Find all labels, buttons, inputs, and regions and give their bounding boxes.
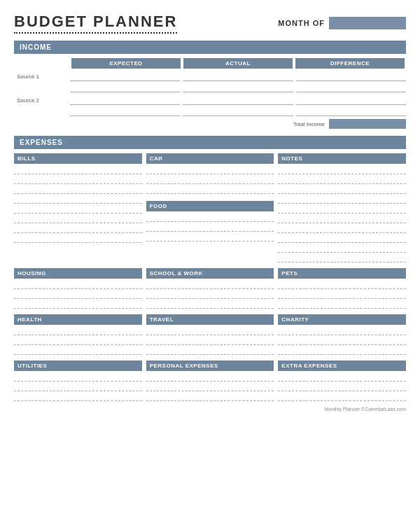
personal-header: PERSONAL EXPENSES (146, 360, 274, 371)
bills-row (14, 225, 142, 233)
school-row (146, 290, 274, 299)
health-row (14, 337, 142, 345)
pets-row (278, 281, 406, 289)
car-row (146, 176, 274, 184)
personal-row (146, 383, 274, 391)
car-header: CAR (146, 153, 274, 164)
source2-actual2[interactable] (183, 106, 293, 116)
source2-fields2 (70, 106, 406, 116)
car-row (146, 166, 274, 174)
housing-row (14, 290, 142, 299)
bills-row (14, 234, 142, 243)
source1-actual2[interactable] (183, 83, 293, 92)
extra-col: EXTRA EXPENSES (278, 360, 406, 402)
notes-line[interactable] (278, 254, 406, 262)
source1-actual[interactable] (183, 71, 293, 81)
total-income-box[interactable] (329, 119, 406, 129)
personal-col: PERSONAL EXPENSES (146, 360, 274, 402)
source2-expected[interactable] (70, 95, 180, 105)
utilities-row (14, 383, 142, 391)
housing-row (14, 281, 142, 289)
school-row (146, 300, 274, 309)
footer-text: Monthly Planner ©CalendarLabs.com (325, 407, 406, 412)
car-row (146, 186, 274, 194)
pets-row (278, 290, 406, 299)
pets-header: PETS (278, 268, 406, 279)
housing-row (14, 300, 142, 309)
car-food-col: CAR FOOD (146, 153, 274, 264)
notes-line[interactable] (278, 195, 406, 204)
expenses-section: EXPENSES BILLS CAR FOO (14, 136, 406, 402)
health-col: HEALTH (14, 314, 142, 356)
notes-line[interactable] (278, 186, 406, 194)
income-header: INCOME (14, 41, 406, 54)
notes-line[interactable] (278, 205, 406, 214)
notes-line[interactable] (278, 166, 406, 174)
utilities-row (14, 373, 142, 382)
food-row (146, 223, 274, 232)
charity-row (278, 337, 406, 345)
health-row (14, 346, 142, 355)
travel-row (146, 327, 274, 335)
travel-row (146, 346, 274, 355)
health-row (14, 327, 142, 335)
notes-line[interactable] (278, 244, 406, 253)
source2-difference2[interactable] (296, 106, 406, 116)
extra-row (278, 393, 406, 401)
source1-row: Source 1 (14, 71, 406, 81)
utilities-header: UTILITIES (14, 360, 142, 371)
source2-difference[interactable] (296, 95, 406, 105)
source1-fields (70, 71, 406, 81)
travel-row (146, 337, 274, 345)
expected-col-header: EXPECTED (71, 58, 181, 69)
extra-row (278, 373, 406, 382)
pets-col: PETS (278, 268, 406, 310)
notes-line[interactable] (278, 215, 406, 223)
expenses-grid-row3: HEALTH TRAVEL CHARITY (14, 314, 406, 356)
bills-header: BILLS (14, 153, 142, 164)
source1-expected[interactable] (70, 71, 180, 81)
school-row (146, 281, 274, 289)
actual-col-header: ACTUAL (183, 58, 293, 69)
source2-expected2[interactable] (70, 106, 180, 116)
housing-col: HOUSING (14, 268, 142, 310)
total-income-row: Total Income (14, 119, 406, 129)
notes-line[interactable] (278, 225, 406, 233)
total-income-label: Total Income (293, 121, 325, 127)
bills-row (14, 186, 142, 194)
source1-difference[interactable] (296, 71, 406, 81)
extra-header: EXTRA EXPENSES (278, 360, 406, 371)
source2-actual[interactable] (183, 95, 293, 105)
travel-col: TRAVEL (146, 314, 274, 356)
charity-row (278, 346, 406, 355)
month-of-section: Month of (278, 17, 406, 29)
bills-row (14, 205, 142, 214)
income-section: INCOME EXPECTED ACTUAL DIFFERENCE Source… (14, 41, 406, 129)
source1-label: Source 1 (14, 74, 70, 80)
notes-line[interactable] (278, 176, 406, 184)
source2-label: Source 2 (14, 97, 70, 104)
charity-col: CHARITY (278, 314, 406, 356)
notes-line[interactable] (278, 234, 406, 243)
school-col: SCHOOL & WORK (146, 268, 274, 310)
food-header: FOOD (146, 201, 274, 211)
page-title: BUDGET PLANNER (14, 13, 177, 34)
month-of-label: Month of (278, 19, 325, 27)
expenses-header: EXPENSES (14, 136, 406, 149)
notes-col: NOTES (278, 153, 406, 264)
extra-row (278, 383, 406, 391)
month-input-box[interactable] (329, 17, 406, 29)
charity-row (278, 327, 406, 335)
source1-difference2[interactable] (296, 83, 406, 92)
charity-header: CHARITY (278, 314, 406, 325)
travel-header: TRAVEL (146, 314, 274, 325)
source2-row: Source 2 (14, 95, 406, 105)
source2-row2 (70, 106, 406, 116)
health-header: HEALTH (14, 314, 142, 325)
personal-row (146, 393, 274, 401)
utilities-col: UTILITIES (14, 360, 142, 402)
pets-row (278, 300, 406, 309)
source2-fields (70, 95, 406, 105)
source1-row2 (70, 83, 406, 92)
source1-expected2[interactable] (70, 83, 180, 92)
